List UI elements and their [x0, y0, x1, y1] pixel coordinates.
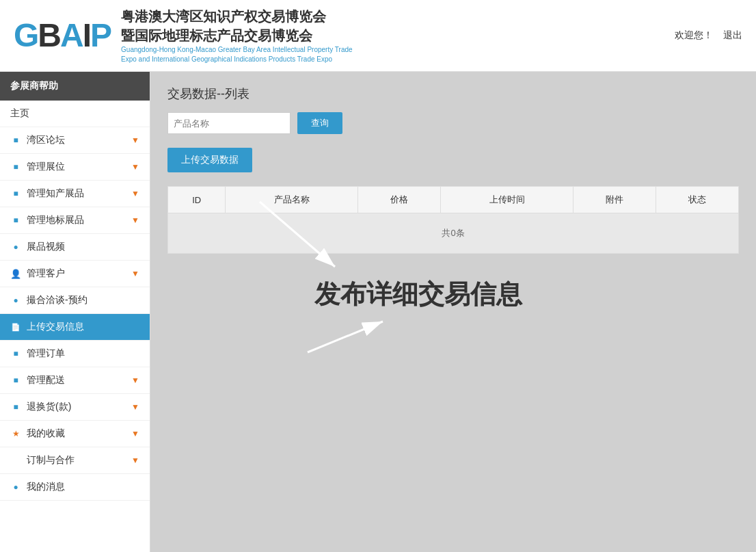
sidebar-item-manage-order[interactable]: ■ 管理订单	[0, 341, 150, 367]
sidebar-label-exhibit-video: 展品视频	[27, 241, 139, 253]
sidebar-item-return-goods[interactable]: ■ 退换货(款) ▼	[0, 394, 150, 421]
sidebar-label-manage-ip: 管理知产展品	[27, 187, 131, 200]
sidebar-item-meeting-appt[interactable]: ● 撮合洽谈-预约	[0, 287, 150, 314]
exhibit-video-icon: ●	[10, 241, 21, 252]
header-right: 欢迎您！ 退出	[675, 29, 742, 42]
sidebar-item-exhibit-video[interactable]: ● 展品视频	[0, 234, 150, 261]
manage-geo-arrow-icon: ▼	[131, 215, 139, 225]
meeting-appt-icon: ●	[10, 295, 21, 306]
manage-customer-arrow-icon: ▼	[131, 269, 139, 278]
logo-b: B	[38, 17, 60, 53]
logo-g: G	[14, 17, 38, 53]
upload-btn-wrapper: 上传交易数据	[167, 148, 739, 186]
header: GBAIP 粤港澳大湾区知识产权交易博览会 暨国际地理标志产品交易博览会 Gua…	[0, 0, 756, 72]
manage-delivery-icon: ■	[10, 375, 21, 386]
my-favorites-icon: ★	[10, 428, 21, 439]
sidebar-label-bay-forum: 湾区论坛	[27, 134, 131, 146]
sidebar-item-manage-delivery[interactable]: ■ 管理配送 ▼	[0, 367, 150, 394]
table-empty-row: 共0条	[168, 213, 739, 254]
sidebar-item-custom-collab[interactable]: 订制与合作 ▼	[0, 447, 150, 474]
sidebar-label-manage-customer: 管理客户	[27, 267, 131, 280]
my-favorites-arrow-icon: ▼	[131, 429, 139, 438]
logout-button[interactable]: 退出	[723, 29, 742, 42]
sidebar-label-meeting-appt: 撮合洽谈-预约	[27, 294, 139, 306]
sidebar-label-manage-geo: 管理地标展品	[27, 214, 131, 226]
logo-i: I	[83, 17, 90, 53]
search-button[interactable]: 查询	[297, 112, 342, 134]
manage-ip-icon: ■	[10, 188, 21, 199]
sidebar-label-home: 主页	[10, 107, 139, 120]
logo-a: A	[60, 17, 83, 53]
sidebar-item-my-messages[interactable]: ● 我的消息	[0, 474, 150, 501]
col-attachment: 附件	[573, 187, 656, 213]
empty-text: 共0条	[168, 213, 739, 254]
svg-line-3	[308, 321, 383, 352]
sidebar: 参展商帮助 主页 ■ 湾区论坛 ▼ ■ 管理展位 ▼ ■ 管理知产展品 ▼ ■ …	[0, 72, 150, 552]
custom-collab-arrow-icon: ▼	[131, 456, 139, 465]
manage-customer-icon: 👤	[10, 268, 21, 279]
sidebar-item-manage-ip[interactable]: ■ 管理知产展品 ▼	[0, 181, 150, 207]
main-layout: 参展商帮助 主页 ■ 湾区论坛 ▼ ■ 管理展位 ▼ ■ 管理知产展品 ▼ ■ …	[0, 72, 756, 552]
logo-p: P	[90, 17, 111, 53]
page-title: 交易数据--列表	[167, 86, 739, 102]
return-goods-arrow-icon: ▼	[131, 402, 139, 412]
content-area: 交易数据--列表 查询 上传交易数据 ID 产品名称 价格 上传时间 附件 状态	[150, 72, 756, 552]
upload-trade-data-button[interactable]: 上传交易数据	[167, 148, 252, 172]
header-text: 粤港澳大湾区知识产权交易博览会 暨国际地理标志产品交易博览会 Guangdong…	[121, 7, 367, 64]
col-status: 状态	[656, 187, 739, 213]
logo: GBAIP	[14, 19, 111, 52]
manage-geo-icon: ■	[10, 215, 21, 226]
col-id: ID	[168, 187, 226, 213]
sidebar-item-home[interactable]: 主页	[0, 101, 150, 127]
manage-order-icon: ■	[10, 348, 21, 359]
bay-forum-icon: ■	[10, 135, 21, 146]
header-title-cn-2: 暨国际地理标志产品交易博览会	[121, 26, 367, 45]
header-left: GBAIP 粤港澳大湾区知识产权交易博览会 暨国际地理标志产品交易博览会 Gua…	[14, 7, 367, 64]
sidebar-item-manage-geo[interactable]: ■ 管理地标展品 ▼	[0, 207, 150, 234]
my-messages-icon: ●	[10, 482, 21, 492]
header-title-cn-1: 粤港澳大湾区知识产权交易博览会	[121, 7, 367, 26]
col-upload-time: 上传时间	[441, 187, 573, 213]
sidebar-label-custom-collab: 订制与合作	[10, 454, 131, 466]
manage-delivery-arrow-icon: ▼	[131, 376, 139, 385]
sidebar-item-manage-booth[interactable]: ■ 管理展位 ▼	[0, 154, 150, 181]
sidebar-item-my-favorites[interactable]: ★ 我的收藏 ▼	[0, 421, 150, 447]
col-product-name: 产品名称	[226, 187, 358, 213]
sidebar-label-return-goods: 退换货(款)	[27, 401, 131, 413]
welcome-text: 欢迎您！	[675, 29, 713, 42]
trade-data-table: ID 产品名称 价格 上传时间 附件 状态 共0条	[167, 186, 739, 254]
sidebar-item-bay-forum[interactable]: ■ 湾区论坛 ▼	[0, 127, 150, 154]
search-bar: 查询	[167, 112, 739, 134]
sidebar-label-manage-delivery: 管理配送	[27, 374, 131, 386]
sidebar-label-my-favorites: 我的收藏	[27, 428, 131, 440]
upload-trade-icon: 📄	[10, 321, 21, 332]
sidebar-item-upload-trade[interactable]: 📄 上传交易信息	[0, 314, 150, 341]
sidebar-label-my-messages: 我的消息	[27, 481, 139, 493]
header-title-en: Guangdong-Hong Kong-Macao Greater Bay Ar…	[121, 45, 367, 64]
sidebar-label-manage-booth: 管理展位	[27, 161, 131, 173]
sidebar-label-manage-order: 管理订单	[27, 347, 139, 360]
sidebar-header: 参展商帮助	[0, 72, 150, 101]
manage-booth-arrow-icon: ▼	[131, 162, 139, 172]
bay-forum-arrow-icon: ▼	[131, 135, 139, 145]
manage-booth-icon: ■	[10, 161, 21, 172]
annotation-text: 发布详细交易信息	[314, 277, 522, 312]
manage-ip-arrow-icon: ▼	[131, 189, 139, 198]
sidebar-label-upload-trade: 上传交易信息	[27, 321, 139, 333]
sidebar-item-manage-customer[interactable]: 👤 管理客户 ▼	[0, 261, 150, 287]
return-goods-icon: ■	[10, 402, 21, 412]
search-input[interactable]	[167, 112, 291, 134]
col-price: 价格	[358, 187, 441, 213]
